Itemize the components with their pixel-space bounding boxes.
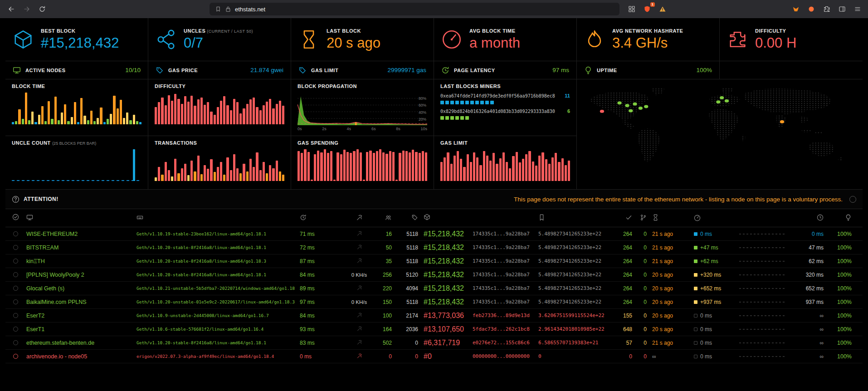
bar (204, 165, 206, 181)
cell-peers: 220 (383, 285, 397, 292)
cell-propagation: 0 ms (694, 313, 739, 319)
bar (279, 101, 281, 125)
cell-name: BITSTRΞAM (25, 244, 137, 251)
shield-button[interactable]: 1 (641, 3, 653, 15)
cell-time: 20 s ago (652, 285, 694, 292)
puzzle-icon (727, 29, 748, 50)
bar (220, 101, 222, 125)
bar (226, 157, 229, 181)
grid-button[interactable] (626, 3, 638, 15)
pin-cell[interactable] (13, 244, 18, 252)
sidebar-icon (839, 5, 846, 13)
cell-difficulty: 5.489827341265233e+22 (538, 231, 618, 237)
pin-cell[interactable] (13, 257, 18, 265)
pin-cell[interactable] (13, 312, 18, 320)
cell-propagation-histogram (739, 302, 794, 303)
pin-cell[interactable] (13, 284, 18, 293)
bar (460, 159, 462, 181)
puzzle-button[interactable] (821, 3, 833, 15)
bar (181, 168, 183, 181)
pin-cell[interactable] (13, 298, 18, 306)
warning-button[interactable] (657, 3, 668, 15)
cell-mining (356, 326, 362, 332)
propagation-histogram (739, 261, 785, 262)
cell-latency: 89 ms (300, 285, 343, 292)
bar (376, 151, 378, 181)
cell-latency: 0 ms (300, 353, 343, 360)
stat-text: LAST BLOCK20 s ago (327, 28, 380, 51)
bar (249, 99, 252, 124)
column-header-difficulty (538, 214, 618, 222)
forward-button[interactable] (20, 2, 34, 16)
bar (395, 180, 398, 181)
browser-nav-buttons (5, 2, 49, 16)
info-circle-icon[interactable] (849, 196, 856, 203)
bar (256, 107, 258, 125)
cell-name: Glocal Geth (s) (25, 285, 137, 292)
bar (44, 121, 47, 124)
cell-name: WISE-ETHEREUM2 (25, 231, 137, 237)
miner-entry: 0x829bd824b016326a401d083b33d092293333a8… (440, 108, 570, 120)
bar (330, 151, 332, 181)
pin-cell[interactable] (13, 271, 18, 279)
pin-cell[interactable] (13, 352, 18, 361)
bar (187, 175, 190, 181)
cell-mining (356, 339, 362, 346)
pin-cell[interactable] (13, 230, 18, 238)
cell-name: ethereum.stefan-benten.de (25, 340, 137, 346)
bar (236, 168, 239, 181)
address-bar[interactable]: ethstats.net (210, 3, 619, 15)
propagation-value: 0 ms (700, 313, 712, 319)
bar (353, 151, 355, 181)
bar (87, 120, 89, 124)
menu-button[interactable] (852, 3, 863, 15)
panel-subtitle: (25 BLOCKS PER BAR) (52, 141, 96, 146)
bar (346, 152, 349, 181)
bar (48, 101, 50, 124)
propagation-histogram (739, 356, 785, 357)
sidebar-button[interactable] (836, 3, 848, 15)
bar (15, 121, 17, 124)
cell-latency: 83 ms (300, 340, 343, 346)
mined-block-square (475, 101, 479, 104)
mined-block-square (460, 101, 464, 104)
back-button[interactable] (5, 2, 18, 16)
miner-row: 0xea674fdde714fd979de3edf0f56aa9716b898e… (440, 93, 570, 98)
panel-transactions: TRANSACTIONS (148, 136, 291, 189)
propagation-indicator (694, 246, 697, 249)
miner-address[interactable]: 0x829bd824b016326a401d083b33d092293333a8… (440, 109, 555, 114)
cell-peers: 256 (383, 272, 397, 278)
cell-uptime: 100% (837, 244, 857, 251)
bar (269, 165, 271, 181)
cell-avg: 652 ms (806, 285, 829, 292)
cell-block: #13,107,650 (424, 325, 473, 333)
shield-icon (644, 5, 651, 13)
cell-hash: 174335c1...9a228ba7 (473, 272, 538, 278)
cell-difficulty: 6.58655707139383e+21 (538, 340, 618, 346)
table-row: Glocal Geth (s)Geth/v1.10.21-unstable-5b… (5, 282, 863, 295)
dot-button[interactable] (805, 3, 817, 15)
bar (373, 153, 375, 181)
panel-title: BLOCK PROPAGATION (297, 83, 427, 89)
pickaxe-icon (356, 339, 362, 345)
reload-button[interactable] (35, 2, 49, 16)
bar (363, 180, 365, 181)
bar (194, 171, 196, 181)
miner-blocks (440, 116, 570, 120)
menu-icon (854, 5, 861, 13)
cell-hash: feb27336...89d9e13d (473, 313, 538, 318)
panel-title: LAST BLOCKS MINERS (440, 83, 570, 89)
stat-card-gas-limit: GAS LIMIT29999971 gas (291, 61, 434, 79)
bar (259, 110, 262, 125)
pin-cell[interactable] (13, 325, 18, 333)
bar (181, 104, 183, 125)
cell-peers: 50 (386, 244, 397, 251)
bar (516, 152, 518, 181)
miner-address[interactable]: 0xea674fdde714fd979de3edf0f56aa9716b898e… (440, 93, 555, 98)
node-location-dot (644, 105, 648, 108)
fox-button[interactable] (790, 3, 802, 15)
pin-cell[interactable] (13, 339, 18, 347)
mined-block-square (485, 101, 489, 104)
shield-badge: 1 (650, 2, 655, 7)
cell-pending: 5118 (406, 299, 424, 305)
